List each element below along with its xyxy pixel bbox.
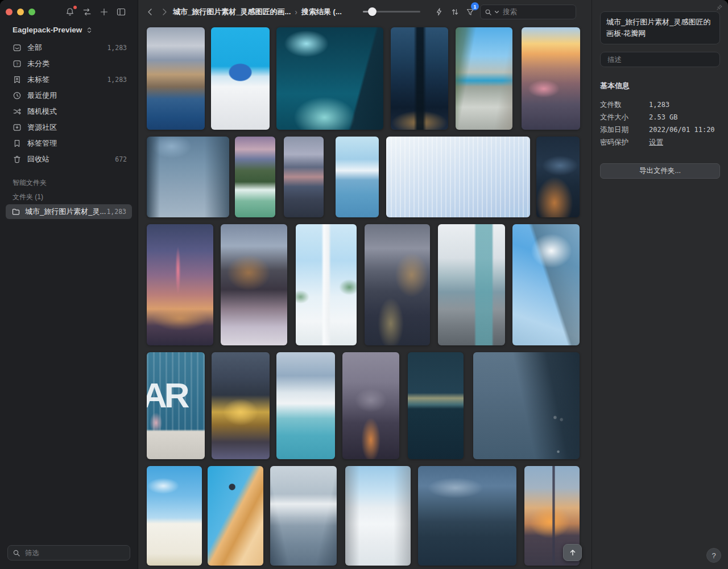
notifications-bell-icon[interactable] [65,7,75,17]
chevron-down-icon [494,10,499,15]
info-row: 文件数1,283 [600,98,720,111]
sidebar-item-label: 未标签 [27,75,101,85]
sidebar-item-folder-selected[interactable]: 城市_旅行图片素材_灵... 1,283 [6,204,132,219]
sidebar-item[interactable]: 未标签1,283 [5,72,133,88]
thumbnail-neon-teal-building[interactable] [276,27,383,130]
quick-actions-icon[interactable] [434,7,444,17]
sidebar-item[interactable]: 最近使用 [5,88,133,104]
library-name: Eaglepack-Preview [13,26,82,34]
info-value: 2022/06/01 11:20 [649,126,715,134]
sidebar-filter-box[interactable] [7,545,130,560]
thumbnail-aerial-vertigo-clouds[interactable] [270,466,337,566]
close-window-button[interactable] [6,9,13,15]
search-input[interactable] [502,7,572,17]
breadcrumb-separator: › [295,7,297,17]
thumbnail-fog-tower-silhouette[interactable] [473,352,580,459]
scroll-to-top-button[interactable] [563,544,582,561]
sidebar-item[interactable]: 全部1,283 [5,40,133,56]
zoom-slider-knob[interactable] [368,7,377,16]
arrow-up-icon [568,548,577,557]
export-folder-button[interactable]: 导出文件夹... [600,163,720,179]
sidebar-item-label: 资源社区 [27,122,121,133]
info-label: 文件数 [600,100,649,110]
thumbnail-edinburgh-clock-tower[interactable] [221,224,287,345]
pin-icon[interactable] [716,4,723,11]
trash-icon [13,155,22,164]
thumbnail-budapest-chain-bridge[interactable] [212,352,270,459]
sidebar-item-label: 全部 [27,43,101,53]
info-row: 添加日期2022/06/01 11:20 [600,123,720,136]
info-row: 文件大小2.53 GB [600,111,720,123]
thumbnail-foggy-avenue-dusk[interactable] [342,352,399,459]
thumbnail-glass-towers-road[interactable] [438,224,505,345]
info-row: 密码保护设置 [600,136,720,149]
sort-icon[interactable] [450,7,460,17]
all-icon [13,43,22,52]
info-label: 添加日期 [600,125,649,135]
zoom-window-button[interactable] [28,9,35,15]
thumbnail-mountain-lake[interactable] [336,137,379,217]
inspector-info-rows: 文件数1,283文件大小2.53 GB添加日期2022/06/01 11:20密… [600,98,720,149]
minimize-window-button[interactable] [17,9,24,15]
sidebar-item-label: 未分类 [27,59,121,69]
thumbnail-white-spire-tower[interactable] [296,224,357,345]
thumbnail-rhine-falls[interactable] [235,137,275,217]
toolbar-search-box[interactable] [480,5,576,19]
thumbnail-river-skyline-dusk[interactable] [284,137,324,217]
thumbnail-snowy-street[interactable] [345,466,411,566]
thumbnail-shanghai-tower-night[interactable] [147,224,213,345]
zoom-slider[interactable] [363,11,420,13]
thumbnail-hallstatt-winter-lake[interactable] [276,352,335,459]
filter-input[interactable] [24,549,125,558]
thumbnail-night-highway-trails[interactable] [536,137,580,217]
description-input[interactable] [606,55,714,64]
thumbnail-chongqing-night-roads[interactable] [365,224,430,345]
thumbnail-white-3d-city-aerial[interactable] [386,137,530,217]
thumbnail-harbor-bridge-dusk[interactable] [418,466,516,566]
thumbnail-dusk-rooftops-aerial[interactable] [522,27,580,130]
thumbnail-skyline-water-reflection[interactable] [408,352,464,459]
sidebar-item[interactable]: 资源社区 [5,119,133,135]
stepper-icon [85,26,93,34]
toolbar: 城市_旅行图片素材_灵感图匠的画...›搜索结果 (... 1 [138,0,592,24]
thumbnail-orange-facade-lamp[interactable] [208,466,263,566]
search-icon [13,549,20,557]
info-label: 密码保护 [600,138,649,147]
back-button[interactable] [145,7,155,17]
sidebar-item[interactable]: 回收站672 [5,151,133,167]
folder-count: 1,283 [106,208,126,216]
description-box[interactable] [600,52,720,67]
community-icon [13,123,22,132]
breadcrumb-item[interactable]: 城市_旅行图片素材_灵感图匠的画... [173,7,291,17]
thumbnail-santorini-blue-dome[interactable] [211,27,270,130]
sidebar-item[interactable]: 标签管理 [5,135,133,151]
add-icon[interactable] [99,7,109,17]
filter-count-badge: 1 [471,2,479,10]
thumbnail-white-church[interactable] [147,466,202,566]
sidebar-item[interactable]: ?未分类 [5,56,133,72]
app-window: Eaglepack-Preview 全部1,283?未分类未标签1,283最近使… [0,0,728,569]
uncategorized-icon: ? [13,59,22,68]
folder-title-field[interactable]: 城市_旅行图片素材_灵感图匠的画板-花瓣网 [600,11,720,44]
help-button[interactable]: ? [706,548,721,563]
thumbnail-taipei-101-night[interactable] [391,27,448,130]
toggle-sidebar-icon[interactable] [116,7,126,17]
info-label: 文件大小 [600,113,649,122]
thumbnail-seaside-alley[interactable] [456,27,512,130]
thumbnail-foggy-blue-towers[interactable] [147,137,229,217]
library-selector[interactable]: Eaglepack-Preview [13,26,93,34]
password-protect-link[interactable]: 设置 [649,138,663,147]
breadcrumb-item[interactable]: 搜索结果 (... [301,7,342,17]
forward-button[interactable] [159,7,169,17]
sidebar-nav: 全部1,283?未分类未标签1,283最近使用随机模式资源社区标签管理回收站67… [5,40,133,167]
untagged-icon [13,75,22,84]
sync-transfer-icon[interactable] [82,7,92,17]
thumbnail-ar-mural-wall[interactable]: AR [147,352,205,459]
thumbnail-istanbul-galata-cityscape[interactable] [147,27,205,130]
sidebar-item[interactable]: 随机模式 [5,104,133,119]
notification-dot [73,6,77,9]
sidebar-item-label: 最近使用 [27,90,121,101]
inspector-panel: 城市_旅行图片素材_灵感图匠的画板-花瓣网 基本信息 文件数1,283文件大小2… [592,0,728,569]
basic-info-title: 基本信息 [600,81,720,91]
thumbnail-canton-tower-lookup[interactable] [512,224,580,345]
